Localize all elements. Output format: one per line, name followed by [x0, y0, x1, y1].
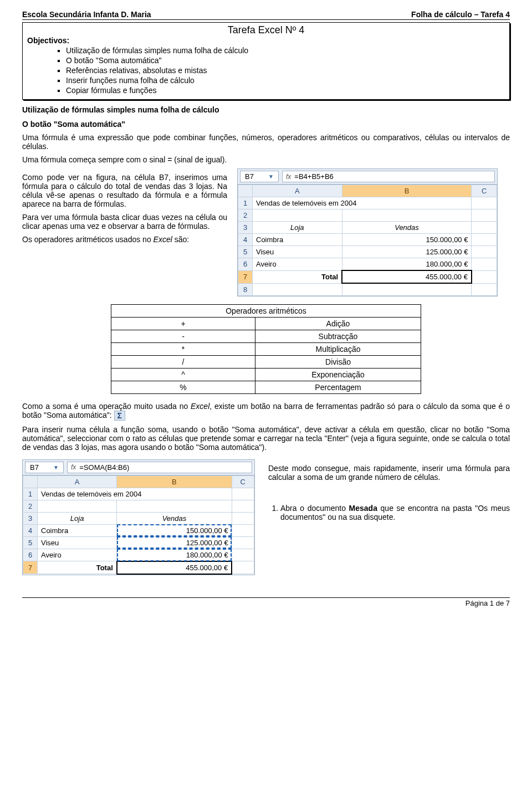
op-desc: Percentagem — [255, 381, 421, 393]
cell: 125.000,00 € — [342, 246, 472, 258]
col-header: B — [342, 185, 472, 197]
cell: 125.000,00 € — [117, 536, 232, 549]
cell — [232, 500, 254, 512]
cell: 180.000,00 € — [117, 549, 232, 561]
active-cell: 455.000,00 € — [117, 561, 232, 574]
paragraph: Como a soma é uma operação muito usada n… — [22, 402, 510, 421]
cell — [472, 197, 497, 209]
cell — [38, 500, 117, 512]
name-box: B7 ▼ — [240, 171, 279, 182]
cell — [472, 258, 497, 271]
steps-list: Abra o documento Mesada que se encontra … — [268, 504, 510, 521]
cell — [472, 246, 497, 258]
row-header: 7 — [238, 270, 253, 283]
operators-table: Operadores aritméticos +Adição -Subtracç… — [111, 304, 421, 394]
col-header: A — [253, 185, 342, 197]
op-desc: Multiplicação — [255, 342, 421, 355]
cell: Viseu — [38, 536, 117, 549]
chevron-down-icon: ▼ — [268, 173, 274, 180]
objective-item: Copiar fórmulas e funções — [66, 86, 505, 95]
col-header: C — [472, 185, 497, 197]
cell — [232, 488, 254, 500]
op-desc: Adição — [255, 317, 421, 330]
op-desc: Subtracção — [255, 330, 421, 342]
cell — [472, 209, 497, 222]
objectives-list: Utilização de fórmulas simples numa folh… — [66, 46, 505, 95]
excel-figure-1: B7 ▼ fx =B4+B5+B6 A B C 1Vendas de telem… — [237, 168, 498, 296]
formula-input: fx =SOMA(B4:B6) — [67, 462, 252, 473]
row-header: 2 — [23, 500, 38, 512]
op-symbol: / — [111, 355, 255, 368]
op-symbol: + — [111, 317, 255, 330]
chevron-down-icon: ▼ — [53, 464, 59, 470]
cell — [253, 283, 342, 295]
cell: Vendas — [342, 222, 472, 234]
spreadsheet-grid: A B C 1Vendas de telemóveis em 2004 2 3L… — [238, 185, 497, 296]
cell — [472, 270, 497, 283]
cell: 150.000,00 € — [117, 524, 232, 536]
col-header: B — [117, 475, 232, 488]
row-header: 1 — [23, 488, 38, 500]
cell: Coimbra — [253, 234, 342, 246]
op-symbol: * — [111, 342, 255, 355]
corner-cell — [23, 475, 38, 488]
cell: Aveiro — [38, 549, 117, 561]
row-header: 4 — [238, 234, 253, 246]
cell: 150.000,00 € — [342, 234, 472, 246]
cell: Vendas de telemóveis em 2004 — [253, 197, 472, 209]
op-desc: Exponenciação — [255, 368, 421, 381]
row-header: 5 — [23, 536, 38, 549]
cell — [342, 209, 472, 222]
row-header: 2 — [238, 209, 253, 222]
name-box: B7 ▼ — [25, 462, 64, 473]
formula-bar: B7 ▼ fx =SOMA(B4:B6) — [23, 460, 254, 475]
row-header: 8 — [238, 283, 253, 295]
cell: 180.000,00 € — [342, 258, 472, 271]
fx-icon: fx — [71, 463, 76, 471]
row-header: 3 — [23, 512, 38, 524]
cell: Total — [253, 270, 342, 283]
op-symbol: ^ — [111, 368, 255, 381]
paragraph: Deste modo consegue, mais rapidamente, i… — [268, 464, 510, 482]
objective-item: Inserir funções numa folha de cálculo — [66, 76, 505, 85]
task-title: Tarefa Excel Nº 4 — [27, 24, 505, 36]
spreadsheet-grid: A B C 1Vendas de telemóveis em 2004 2 3L… — [23, 475, 254, 575]
cell — [342, 283, 472, 295]
formula-bar: B7 ▼ fx =B4+B5+B6 — [238, 169, 497, 185]
cell: Coimbra — [38, 524, 117, 536]
title-box: Tarefa Excel Nº 4 Objectivos: Utilização… — [22, 22, 510, 100]
corner-cell — [238, 185, 253, 197]
cell — [232, 512, 254, 524]
cell — [232, 561, 254, 574]
cell: Viseu — [253, 246, 342, 258]
cell: Aveiro — [253, 258, 342, 271]
cell — [117, 500, 232, 512]
cell: Vendas — [117, 512, 232, 524]
objective-item: Utilização de fórmulas simples numa folh… — [66, 46, 505, 55]
paragraph: Para inserir numa célula a função soma, … — [22, 425, 510, 452]
cell — [232, 549, 254, 561]
col-header: C — [232, 475, 254, 488]
page-header: Escola Secundária Infanta D. Maria Folha… — [22, 10, 510, 20]
cell — [232, 536, 254, 549]
fx-icon: fx — [286, 173, 291, 181]
row-header: 4 — [23, 524, 38, 536]
header-right: Folha de cálculo – Tarefa 4 — [411, 10, 510, 19]
operators-title: Operadores aritméticos — [111, 304, 421, 317]
cell — [472, 234, 497, 246]
section-heading-2: O botão "Soma automática" — [22, 120, 510, 129]
active-cell: 455.000,00 € — [342, 270, 472, 283]
header-left: Escola Secundária Infanta D. Maria — [22, 10, 151, 19]
objective-item: Referências relativas, absolutas e mista… — [66, 66, 505, 75]
objective-item: O botão "Soma automática" — [66, 56, 505, 65]
sigma-icon: Σ — [114, 411, 125, 421]
formula-input: fx =B4+B5+B6 — [282, 171, 495, 182]
row-header: 1 — [238, 197, 253, 209]
row-header: 6 — [238, 258, 253, 271]
step-item: Abra o documento Mesada que se encontra … — [280, 504, 510, 521]
section-heading-1: Utilização de fórmulas simples numa folh… — [22, 105, 510, 114]
paragraph: Uma fórmula é uma expressão que pode com… — [22, 133, 510, 151]
op-symbol: % — [111, 381, 255, 393]
cell: Loja — [253, 222, 342, 234]
cell — [253, 209, 342, 222]
